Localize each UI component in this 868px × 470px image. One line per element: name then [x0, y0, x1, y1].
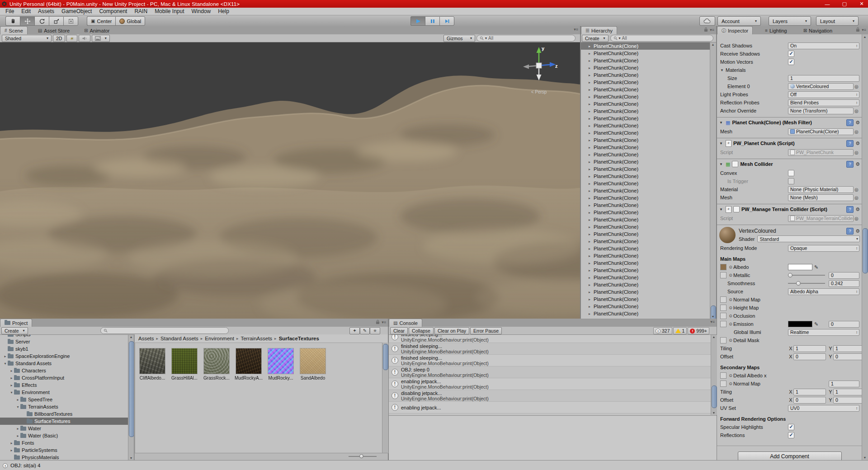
texture-picker-icon[interactable]: ⊙ — [728, 338, 733, 343]
object-field-mesh[interactable]: PlanetChunk(Clone) — [788, 128, 854, 135]
tree-item-speedtree[interactable]: ▸SpeedTree — [0, 396, 128, 403]
texture-slot[interactable] — [720, 305, 726, 311]
object-field-mesh[interactable]: None (Mesh) — [788, 194, 854, 201]
expand-arrow-icon[interactable]: ▸ — [589, 124, 594, 128]
value-field[interactable]: 0 — [829, 321, 859, 328]
asset-item-mudrocky[interactable]: MudRocky... — [268, 348, 294, 453]
texture-slot[interactable] — [720, 296, 726, 303]
menu-help[interactable]: Help — [214, 8, 233, 15]
cloud-button[interactable] — [699, 16, 715, 26]
foldout-arrow[interactable]: ▼ — [719, 162, 724, 166]
expand-arrow-icon[interactable]: ▸ — [589, 73, 594, 77]
hierarchy-item[interactable]: ▸PlanetChunk(Clone) — [581, 165, 710, 173]
tree-item-scripts[interactable]: Scripts — [0, 335, 128, 338]
expand-arrow-icon[interactable]: ▸ — [9, 448, 14, 452]
tree-item-water-basic[interactable]: ▸Water (Basic) — [0, 432, 128, 439]
expand-arrow-icon[interactable]: ▸ — [589, 66, 594, 70]
console-error-pause-button[interactable]: Error Pause — [470, 327, 502, 334]
texture-picker-icon[interactable]: ⊙ — [728, 306, 733, 310]
hierarchy-item[interactable]: ▸PlanetChunk(Clone) — [581, 115, 710, 122]
expand-arrow-icon[interactable]: ▸ — [589, 52, 594, 56]
foldout-arrow[interactable]: ▼ — [720, 68, 726, 72]
text-field-size[interactable]: 1 — [788, 75, 859, 82]
scale-tool-button[interactable] — [49, 16, 63, 26]
scene-orientation-gizmo[interactable]: y z — [519, 45, 558, 93]
tree-item-particlesystems[interactable]: ▸ParticleSystems — [0, 446, 128, 454]
expand-arrow-icon[interactable]: ▸ — [15, 434, 20, 438]
tab-console[interactable]: ▤ Console — [389, 319, 422, 327]
x-field-offset[interactable]: 0 — [793, 397, 826, 404]
dropdown-cast-shadows[interactable]: On↕ — [788, 42, 859, 49]
asset-item-grasshillal[interactable]: GrassHillAl... — [171, 348, 198, 453]
gear-icon[interactable]: ⚙ — [855, 120, 860, 126]
tab-animator[interactable]: ⊞ Animator — [80, 27, 113, 34]
eyedropper-icon[interactable]: ✎ — [814, 264, 818, 270]
hierarchy-create-dropdown[interactable]: Create ▾ — [582, 35, 609, 42]
texture-picker-icon[interactable]: ⊙ — [728, 265, 733, 269]
scroll-up-icon[interactable]: ▲ — [862, 35, 868, 38]
expand-arrow-icon[interactable]: ▾ — [9, 390, 14, 395]
rect-tool-button[interactable] — [63, 16, 78, 26]
asset-grid-scrollbar-thumb[interactable] — [383, 344, 388, 370]
tab-lighting[interactable]: ≡ Lighting — [761, 27, 791, 34]
expand-arrow-icon[interactable]: ▸ — [9, 383, 14, 387]
texture-slot[interactable] — [720, 372, 726, 379]
x-field-tiling[interactable]: 1 — [793, 345, 826, 352]
lock-icon[interactable] — [856, 27, 860, 32]
play-button[interactable] — [410, 16, 425, 26]
inspector-scrollbar[interactable]: ▲ ▼ — [862, 34, 868, 460]
object-picker-icon[interactable]: ◎ — [854, 84, 859, 89]
checkbox-convex[interactable] — [788, 170, 794, 176]
search-by-label-button[interactable]: ✎ — [360, 327, 370, 334]
menu-assets[interactable]: Assets — [34, 8, 58, 15]
tree-item-skyb1[interactable]: skyb1 — [0, 345, 128, 352]
project-panel-menu[interactable]: ▾≡ — [376, 320, 386, 324]
tab-inspector[interactable]: ⓘ Inspector — [717, 26, 753, 34]
help-icon[interactable]: ? — [846, 140, 854, 147]
expand-arrow-icon[interactable]: ▸ — [589, 268, 594, 273]
thumbnail-size-knob[interactable] — [359, 454, 363, 458]
expand-arrow-icon[interactable]: ▸ — [589, 232, 594, 236]
hand-tool-button[interactable] — [5, 16, 20, 26]
texture-slot[interactable] — [720, 264, 726, 270]
value-field[interactable]: 1 — [829, 381, 859, 387]
slider-knob[interactable] — [796, 281, 801, 286]
expand-arrow-icon[interactable]: ▸ — [589, 290, 594, 294]
hierarchy-item[interactable]: ▸PlanetChunk(Clone) — [581, 296, 710, 303]
hierarchy-item[interactable]: ▸PlanetChunk(Clone) — [581, 209, 710, 216]
expand-arrow-icon[interactable]: ▸ — [589, 153, 594, 157]
shader-dropdown[interactable]: Standard▾ — [757, 235, 860, 242]
foldout-arrow[interactable]: ▼ — [719, 207, 724, 212]
expand-arrow-icon[interactable]: ▸ — [589, 174, 594, 179]
texture-picker-icon[interactable]: ⊙ — [728, 381, 733, 386]
hierarchy-item[interactable]: ▸PlanetChunk(Clone) — [581, 245, 710, 252]
texture-picker-icon[interactable]: ⊙ — [728, 273, 733, 277]
layout-dropdown[interactable]: Layout ▾ — [816, 16, 859, 26]
texture-slot[interactable] — [720, 321, 726, 327]
object-picker-icon[interactable]: ◎ — [854, 108, 859, 113]
breadcrumb-environment[interactable]: Environment — [205, 336, 234, 341]
hierarchy-search-input[interactable]: ▾ All — [610, 35, 713, 42]
tree-item-standard-assets[interactable]: ▾Standard Assets — [0, 360, 128, 367]
expand-arrow-icon[interactable]: ▸ — [589, 312, 594, 316]
scene-effects-dropdown[interactable]: ▾ — [92, 35, 110, 42]
hierarchy-item[interactable]: ▸PlanetChunk(Clone) — [581, 42, 710, 50]
hierarchy-item[interactable]: ▸PlanetChunk(Clone) — [581, 122, 710, 129]
help-icon[interactable]: ? — [846, 228, 854, 235]
tree-item-billboardtextures[interactable]: BillboardTextures — [0, 410, 128, 418]
status-bar[interactable]: ! OBJ: sit(ai) 4 — [0, 460, 868, 470]
hierarchy-item[interactable]: ▸PlanetChunk(Clone) — [581, 259, 710, 267]
hierarchy-item[interactable]: ▸PlanetChunk(Clone) — [581, 216, 710, 223]
hierarchy-item[interactable]: ▸PlanetChunk(Clone) — [581, 151, 710, 158]
eyedropper-icon[interactable]: ✎ — [814, 321, 818, 327]
console-scrollbar[interactable]: ▲ ▼ — [711, 335, 717, 415]
slider-value-field[interactable]: 0.242 — [829, 280, 859, 287]
texture-slot[interactable] — [720, 272, 726, 278]
tree-item-fonts[interactable]: ▸Fonts — [0, 439, 128, 446]
texture-slot[interactable] — [720, 381, 726, 387]
dropdown-light-probes[interactable]: Off↕ — [788, 91, 859, 98]
menu-edit[interactable]: Edit — [18, 8, 34, 15]
expand-arrow-icon[interactable]: ▸ — [589, 283, 594, 287]
project-search-input[interactable] — [100, 327, 229, 334]
gizmos-dropdown[interactable]: Gizmos ▾ — [443, 35, 475, 42]
